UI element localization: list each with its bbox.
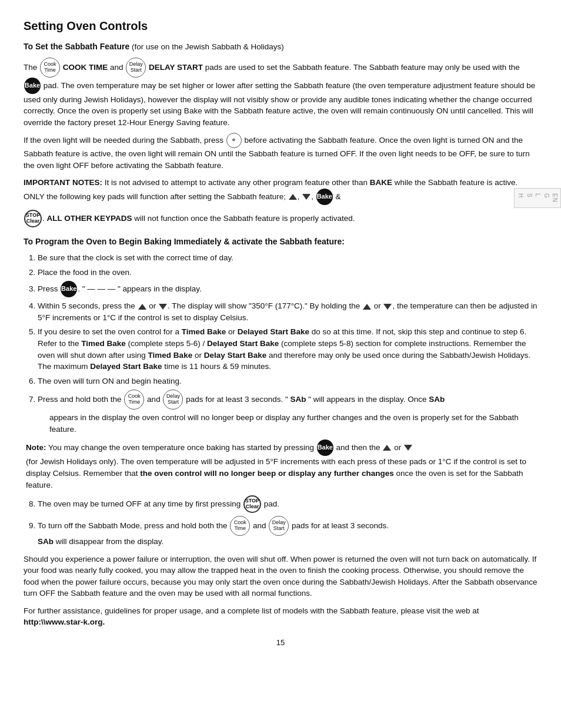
step-1: Be sure that the clock is set with the c… — [38, 252, 537, 264]
arrow-down-step4b — [383, 304, 392, 310]
bake-badge-step3: Bake — [61, 281, 77, 297]
section-heading-suffix: (for use on the Jewish Sabbath & Holiday… — [129, 42, 284, 51]
step-5: If you desire to set the oven control fo… — [38, 326, 537, 372]
cook-time-step7: CookTime — [124, 390, 144, 410]
light-icon: ⚬ — [226, 133, 242, 148]
note-block: Note: You may change the oven temperatur… — [26, 440, 537, 491]
section-heading: To Set the Sabbath Feature — [24, 42, 129, 51]
bake-badge-notes: Bake — [316, 189, 333, 205]
arrow-up-icon1 — [289, 194, 297, 200]
delay-start-icon: DelayStart — [126, 58, 146, 78]
arrow-up-note — [383, 445, 391, 451]
arrow-up-step4b — [363, 304, 371, 310]
page-title: Setting Oven Controls — [24, 18, 537, 35]
step-7-cont: appears in the display the oven control … — [49, 412, 537, 435]
step-8: The oven may be turned OFF at any time b… — [38, 495, 537, 513]
note-cont: (for Jewish Holidays only). The oven tem… — [26, 456, 537, 491]
page-container: Setting Oven Controls To Set the Sabbath… — [24, 18, 537, 649]
delay-start-step7: DelayStart — [163, 390, 183, 410]
step-2: Place the food in the oven. — [38, 267, 537, 279]
stop-clear-badge: STOPClear — [24, 210, 42, 227]
arrow-down-step4 — [159, 304, 167, 310]
step-9: To turn off the Sabbath Mode, press and … — [38, 516, 537, 548]
step-6: The oven will turn ON and begin heating. — [38, 375, 537, 387]
side-tab: ENGLSH — [514, 188, 562, 208]
light-para: If the oven light will be needed during … — [24, 133, 537, 171]
important-notes-para: IMPORTANT NOTES: It is not advised to at… — [24, 177, 537, 205]
steps-list: Be sure that the clock is set with the c… — [38, 252, 537, 547]
program-heading: To Program the Oven to Begin Baking Imme… — [24, 236, 537, 247]
arrow-down-icon1 — [302, 194, 310, 200]
cook-time-icon: CookTime — [40, 58, 60, 78]
cook-time-step9: CookTime — [230, 516, 250, 536]
step-3: Press Bake. " — — — " appears in the dis… — [38, 281, 537, 297]
important-notes-label: IMPORTANT NOTES: — [24, 178, 102, 187]
bake-badge-note: Bake — [317, 440, 333, 456]
power-failure-para: Should you experience a power failure or… — [24, 553, 537, 599]
arrow-up-step4 — [138, 304, 146, 310]
stop-clear-para: STOPClear. ALL OTHER KEYPADS will not fu… — [24, 210, 537, 227]
page-number: 15 — [24, 638, 537, 649]
step-4: Within 5 seconds, press the or . The dis… — [38, 300, 537, 323]
arrow-down-note — [404, 445, 412, 451]
step-7: Press and hold both the CookTime and Del… — [38, 390, 537, 491]
bake-badge-intro: Bake — [24, 78, 41, 94]
stop-clear-step8: STOPClear — [243, 495, 261, 513]
delay-start-step9: DelayStart — [269, 516, 289, 536]
intro-para1: The CookTime COOK TIME and DelayStart DE… — [24, 58, 537, 129]
further-assistance-para: For further assistance, guidelines for p… — [24, 605, 537, 628]
